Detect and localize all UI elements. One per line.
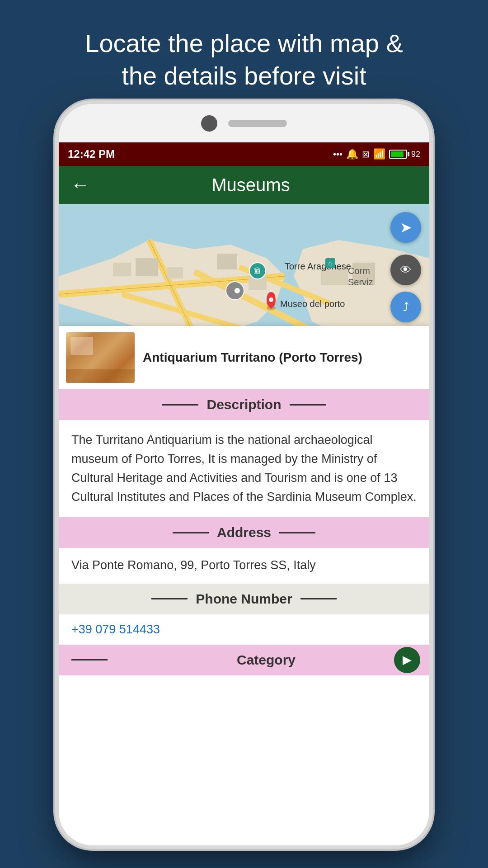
- phone-body: +39 079 514433: [59, 614, 429, 645]
- wifi-icon: 📶: [373, 148, 385, 160]
- address-header: Address: [59, 517, 429, 548]
- phone-speaker: [228, 120, 287, 127]
- category-divider-left: [71, 659, 108, 660]
- address-divider-right: [279, 532, 315, 533]
- status-bar: 12:42 PM ••• 🔔 ⊠ 📶 92: [59, 142, 429, 166]
- phone-top: [59, 104, 429, 142]
- svg-rect-12: [167, 267, 183, 278]
- svg-text:Corm: Corm: [348, 266, 370, 276]
- svg-text:Museo del porto: Museo del porto: [280, 299, 345, 309]
- category-icon-btn[interactable]: ▶: [394, 647, 420, 673]
- address-divider-left: [173, 532, 209, 533]
- phone-section: Phone Number +39 079 514433: [59, 584, 429, 645]
- app-toolbar: ← Museums: [59, 166, 429, 204]
- description-label: Description: [206, 397, 281, 412]
- address-body: Via Ponte Romano, 99, Porto Torres SS, I…: [59, 548, 429, 584]
- museum-name: Antiquarium Turritano (Porto Torres): [143, 349, 422, 366]
- address-text: Via Ponte Romano, 99, Porto Torres SS, I…: [71, 558, 316, 572]
- svg-text:⌂: ⌂: [328, 259, 332, 267]
- page-headline: Locate the place with map & the details …: [0, 0, 488, 105]
- share-action-button[interactable]: ⤴: [390, 292, 421, 322]
- headline-text: Locate the place with map &: [85, 29, 403, 57]
- battery-icon: 92: [389, 150, 420, 159]
- phone-divider-left: [151, 598, 188, 599]
- category-section: Category ▶: [59, 645, 429, 675]
- status-icons: ••• 🔔 ⊠ 📶 92: [333, 148, 420, 160]
- toolbar-title: Museums: [102, 175, 399, 195]
- phone-header: Phone Number: [59, 584, 429, 614]
- description-body: The Turritano Antiquarium is the nationa…: [59, 420, 429, 517]
- map-area[interactable]: 🏛 Torre Aragonese Museo del porto: [59, 204, 429, 389]
- address-label: Address: [217, 525, 271, 540]
- sim-icon: ⊠: [362, 149, 370, 160]
- phone-camera: [201, 115, 217, 132]
- bell-icon: 🔔: [346, 148, 358, 160]
- phone-frame: 12:42 PM ••• 🔔 ⊠ 📶 92: [59, 104, 429, 845]
- address-section: Address Via Ponte Romano, 99, Porto Torr…: [59, 517, 429, 584]
- description-text: The Turritano Antiquarium is the nationa…: [71, 433, 417, 504]
- svg-text:Serviz: Serviz: [348, 277, 373, 287]
- svg-point-21: [235, 288, 240, 293]
- phone-screen: 12:42 PM ••• 🔔 ⊠ 📶 92: [59, 142, 429, 845]
- info-action-button[interactable]: 👁: [390, 255, 421, 285]
- map-action-buttons: 👁 ⤴: [390, 255, 421, 322]
- category-label: Category: [116, 652, 417, 668]
- page-background: Locate the place with map & the details …: [0, 0, 488, 868]
- dots-icon: •••: [333, 149, 343, 160]
- battery-pct: 92: [411, 150, 420, 159]
- phone-divider-right: [300, 598, 337, 599]
- description-section: Description The Turritano Antiquarium is…: [59, 389, 429, 517]
- phone-link[interactable]: +39 079 514433: [71, 623, 160, 636]
- svg-rect-13: [217, 254, 237, 269]
- status-time: 12:42 PM: [68, 148, 115, 160]
- headline-text2: the details before visit: [122, 61, 366, 90]
- navigation-button[interactable]: ➤: [390, 212, 421, 243]
- phone-label: Phone Number: [196, 591, 292, 607]
- divider-left: [162, 404, 198, 406]
- map-info-overlay: Antiquarium Turritano (Porto Torres): [59, 326, 429, 389]
- svg-point-23: [269, 297, 273, 302]
- svg-text:🏛: 🏛: [254, 267, 261, 275]
- svg-text:Torre Aragonese: Torre Aragonese: [285, 261, 351, 271]
- svg-rect-11: [136, 258, 158, 276]
- museum-thumbnail: [66, 332, 135, 383]
- svg-rect-10: [113, 263, 131, 276]
- back-button[interactable]: ←: [70, 174, 90, 196]
- divider-right: [290, 404, 326, 406]
- description-header: Description: [59, 389, 429, 420]
